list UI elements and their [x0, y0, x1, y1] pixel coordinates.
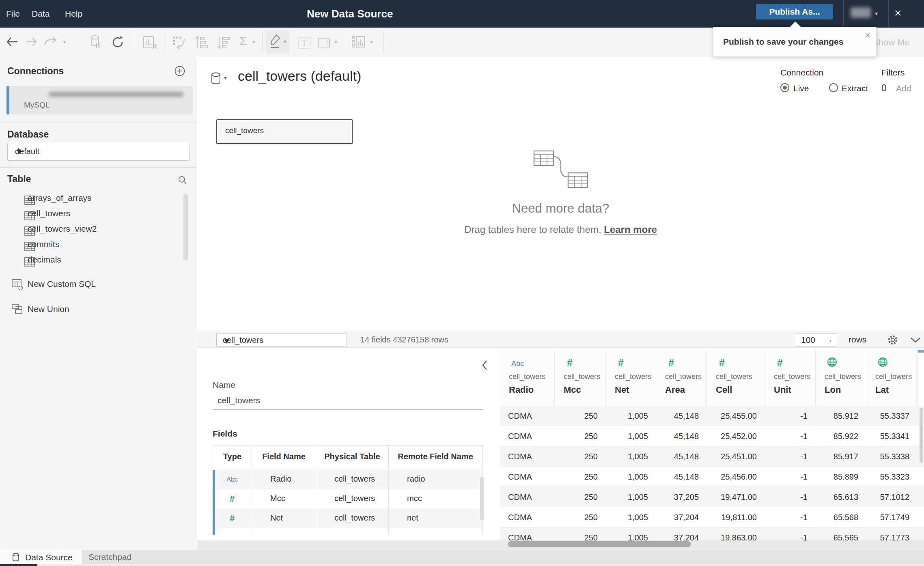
field-cell[interactable]: # — [213, 509, 252, 528]
grid-cell[interactable]: 25,451.00 — [707, 446, 765, 467]
grid-cell[interactable]: 250 — [555, 507, 606, 527]
field-row-partial[interactable] — [213, 528, 483, 535]
row-count-apply-arrow-icon[interactable]: → — [825, 335, 833, 344]
grid-column-header-Mcc[interactable]: #cell_towersMcc — [555, 350, 606, 407]
grid-cell[interactable]: 1,005 — [606, 507, 656, 527]
field-cell[interactable]: net — [389, 509, 482, 528]
swap-rows-columns-icon[interactable] — [172, 36, 187, 49]
database-select[interactable]: default ▼ — [7, 143, 190, 161]
field-cell[interactable]: Net — [252, 509, 316, 528]
search-icon[interactable] — [178, 175, 187, 185]
close-icon[interactable]: × — [894, 6, 902, 20]
grid-cell[interactable]: -1 — [765, 406, 816, 426]
grid-cell[interactable]: 1,005 — [606, 406, 656, 426]
field-row-Mcc[interactable]: #Mcccell_towersmcc — [213, 489, 483, 509]
grid-column-header-Radio[interactable]: Abccell_towersRadio — [500, 350, 555, 407]
grid-cell[interactable]: 65.568 — [816, 507, 866, 527]
sort-descending-icon[interactable] — [217, 36, 230, 49]
field-cell[interactable]: cell_towers — [316, 470, 389, 489]
grid-cell[interactable]: 85.917 — [816, 446, 866, 467]
table-borders-icon[interactable] — [317, 37, 332, 49]
table-row[interactable]: CDMA2501,00545,14825,452.00-185.92255.33… — [500, 426, 924, 446]
new-custom-sql[interactable]: New Custom SQL — [0, 278, 183, 293]
tooltip-close-icon[interactable]: × — [865, 30, 870, 41]
highlight-button[interactable]: ▾ — [266, 30, 289, 54]
grid-cell[interactable]: CDMA — [500, 406, 555, 426]
grid-cell[interactable]: CDMA — [500, 467, 555, 487]
field-cell[interactable] — [252, 528, 316, 535]
grid-cell[interactable]: CDMA — [500, 426, 555, 446]
grid-cell[interactable]: 45,148 — [656, 446, 707, 467]
table-row[interactable]: CDMA2501,00537,20419,863.00-165.56557.17… — [500, 527, 924, 540]
totals-chevron-down-icon[interactable]: ▾ — [252, 39, 255, 45]
new-union[interactable]: New Union — [0, 303, 183, 319]
grid-cell[interactable]: 25,452.00 — [707, 426, 765, 446]
field-cell[interactable] — [213, 528, 252, 535]
redo-icon[interactable] — [25, 37, 37, 47]
sidebar-table-commits[interactable]: commits — [0, 237, 183, 252]
grid-cell[interactable]: 57.1012 — [866, 487, 918, 507]
grid-cell[interactable]: 1,005 — [606, 527, 656, 540]
table-select-dropdown[interactable]: cell_towers ▼ — [216, 334, 347, 346]
name-input[interactable]: cell_towers — [213, 395, 483, 410]
field-cell[interactable]: Abc — [213, 470, 252, 489]
menu-data[interactable]: Data — [32, 0, 50, 28]
grid-cell[interactable]: 19,811.00 — [707, 507, 765, 527]
grid-cell[interactable]: 250 — [555, 487, 606, 507]
field-cell[interactable]: mcc — [389, 489, 482, 509]
refresh-icon[interactable] — [111, 36, 124, 49]
grid-cell[interactable]: 55.3337 — [866, 406, 918, 426]
avatar[interactable] — [851, 7, 871, 18]
connection-item[interactable]: MySQL — [6, 86, 193, 114]
grid-cell[interactable]: 37,205 — [656, 487, 707, 507]
grid-cell[interactable]: 19,471.00 — [707, 487, 765, 507]
show-me-icon[interactable] — [351, 36, 366, 49]
sidebar-table-cell_towers[interactable]: cell_towers — [0, 206, 183, 222]
grid-cell[interactable]: CDMA — [500, 507, 555, 527]
fields-table-scrollbar[interactable] — [480, 477, 484, 521]
datasource-pause-icon[interactable] — [90, 35, 101, 49]
grid-cell[interactable]: -1 — [765, 467, 816, 487]
grid-cell[interactable]: 25,455.00 — [707, 406, 765, 426]
grid-cell[interactable]: CDMA — [500, 446, 555, 467]
totals-sigma-icon[interactable]: Σ — [239, 34, 247, 48]
field-cell[interactable]: Radio — [252, 470, 316, 489]
grid-cell[interactable]: 250 — [555, 446, 606, 467]
grid-column-header-Unit[interactable]: #cell_towersUnit — [765, 350, 816, 407]
grid-cell[interactable]: 250 — [555, 426, 606, 446]
table-row[interactable]: CDMA2501,00537,20519,471.00-165.61357.10… — [500, 487, 924, 507]
grid-cell[interactable]: 55.3338 — [866, 446, 918, 467]
grid-cell[interactable]: CDMA — [500, 487, 555, 507]
live-radio-label[interactable]: Live — [793, 84, 809, 93]
field-cell[interactable] — [389, 528, 482, 535]
settings-gear-icon[interactable] — [887, 334, 898, 346]
grid-cell[interactable]: 57.1749 — [866, 507, 918, 527]
collapse-preview-chevron-icon[interactable] — [910, 337, 921, 343]
field-row-Net[interactable]: #Netcell_towersnet — [213, 509, 483, 528]
grid-column-header-Area[interactable]: #cell_towersArea — [656, 350, 707, 407]
field-row-Radio[interactable]: AbcRadiocell_towersradio — [213, 470, 483, 489]
grid-cell[interactable]: 25,456.00 — [707, 467, 765, 487]
tab-data-source[interactable]: Data Source — [0, 550, 82, 564]
field-cell[interactable]: Mcc — [252, 489, 316, 509]
table-row[interactable]: CDMA2501,00545,14825,455.00-185.91255.33… — [500, 406, 924, 426]
field-cell[interactable]: # — [213, 489, 252, 509]
datasource-title[interactable]: cell_towers (default) — [238, 68, 361, 84]
highlight-chevron-down-icon[interactable]: ▾ — [284, 38, 286, 45]
field-cell[interactable]: radio — [389, 470, 482, 489]
grid-cell[interactable]: 55.3341 — [866, 426, 918, 446]
grid-vertical-scrollbar[interactable] — [920, 408, 923, 463]
menu-help[interactable]: Help — [65, 0, 82, 28]
live-radio[interactable] — [780, 83, 789, 92]
grid-cell[interactable]: 250 — [555, 406, 606, 426]
grid-cell[interactable]: 19,863.00 — [707, 527, 765, 540]
grid-column-header-Lat[interactable]: cell_towersLat — [866, 350, 918, 407]
grid-cell[interactable]: -1 — [765, 507, 816, 527]
logical-table-cell-towers[interactable]: cell_towers — [216, 119, 353, 144]
grid-cell[interactable]: 1,005 — [606, 487, 656, 507]
menu-file[interactable]: File — [6, 0, 20, 28]
grid-column-header-Net[interactable]: #cell_towersNet — [606, 350, 656, 407]
clear-sheet-icon[interactable] — [143, 36, 157, 49]
row-count-input[interactable]: 100 → — [795, 333, 837, 347]
extract-radio-label[interactable]: Extract — [842, 84, 868, 93]
